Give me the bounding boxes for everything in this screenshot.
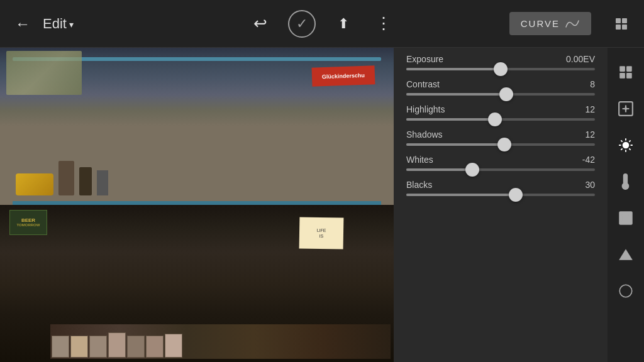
- more-button[interactable]: ⋮: [371, 11, 396, 36]
- slider-row-highlights: Highlights12: [406, 104, 595, 121]
- slider-value-exposure: 0.00EV: [566, 54, 595, 64]
- slider-value-shadows: 12: [585, 129, 595, 140]
- slider-header-contrast: Contrast8: [406, 79, 595, 89]
- slider-label-shadows: Shadows: [406, 129, 443, 140]
- slider-value-blacks: 30: [585, 180, 595, 190]
- icon-sidebar: [608, 48, 644, 362]
- slider-header-whites: Whites-42: [406, 155, 595, 165]
- photo-thumb: [89, 336, 107, 358]
- tall-item-1: [58, 161, 74, 195]
- layers-sidebar-icon[interactable]: [610, 54, 641, 90]
- slider-thumb-exposure[interactable]: [494, 62, 508, 76]
- car-item: [16, 173, 53, 195]
- slider-track-blacks[interactable]: [406, 194, 595, 196]
- top-bar: ← Edit ▾ ↩ ✓ ⬆ ⋮ CURVE: [0, 0, 644, 48]
- photo-area: Glückinderschu BEER TOMORROW LIFEIS: [0, 48, 394, 362]
- curve-button[interactable]: CURVE: [509, 12, 591, 35]
- slider-row-shadows: Shadows12: [406, 129, 595, 146]
- fade-sidebar-icon[interactable]: [610, 236, 641, 273]
- top-bar-left: ← Edit ▾: [10, 11, 218, 36]
- slider-label-exposure: Exposure: [406, 54, 443, 64]
- vignette-sidebar-icon[interactable]: [610, 200, 641, 236]
- svg-rect-5: [626, 66, 632, 72]
- svg-rect-1: [622, 18, 627, 23]
- svg-point-22: [619, 285, 632, 297]
- back-button[interactable]: ←: [10, 11, 35, 36]
- slider-track-contrast[interactable]: [406, 93, 595, 96]
- photo-thumb: [108, 332, 126, 358]
- layers-top-button[interactable]: [609, 11, 634, 36]
- slider-value-highlights: 12: [585, 104, 595, 114]
- slider-fill-blacks: [406, 194, 516, 196]
- confirm-button[interactable]: ✓: [288, 10, 316, 38]
- top-bar-right: CURVE: [426, 11, 634, 36]
- temperature-sidebar-icon[interactable]: [610, 163, 641, 200]
- slider-header-blacks: Blacks30: [406, 180, 595, 190]
- life-sign: LIFEIS: [299, 217, 344, 249]
- grain-sidebar-icon[interactable]: [610, 273, 641, 309]
- photos-wall: [50, 324, 391, 359]
- photo-image: Glückinderschu BEER TOMORROW LIFEIS: [0, 48, 394, 362]
- main-content: Glückinderschu BEER TOMORROW LIFEIS: [0, 48, 644, 362]
- slider-fill-contrast: [406, 93, 506, 96]
- svg-point-10: [623, 143, 629, 148]
- sliders-panel: Exposure0.00EVContrast8Highlights12Shado…: [394, 48, 608, 362]
- top-bar-center: ↩ ✓ ⬆ ⋮: [218, 10, 426, 38]
- slider-thumb-whites[interactable]: [465, 163, 479, 177]
- svg-rect-20: [623, 215, 630, 222]
- slider-label-blacks: Blacks: [406, 180, 432, 190]
- slider-label-contrast: Contrast: [406, 79, 440, 89]
- svg-line-18: [621, 148, 622, 150]
- slider-thumb-contrast[interactable]: [499, 87, 513, 101]
- shop-bottom: BEER TOMORROW LIFEIS: [0, 205, 394, 362]
- svg-rect-4: [619, 66, 625, 72]
- edit-menu[interactable]: Edit ▾: [43, 16, 74, 32]
- slider-fill-whites: [406, 168, 472, 171]
- svg-rect-2: [616, 25, 621, 30]
- slider-row-contrast: Contrast8: [406, 79, 595, 96]
- slider-track-whites[interactable]: [406, 168, 595, 171]
- window-items: [16, 63, 378, 199]
- slider-value-contrast: 8: [590, 79, 595, 89]
- photo-thumb: [146, 336, 164, 358]
- slider-fill-highlights: [406, 118, 495, 121]
- slider-label-whites: Whites: [406, 155, 433, 165]
- photo-thumb: [52, 336, 69, 358]
- slider-thumb-highlights[interactable]: [488, 112, 502, 126]
- svg-line-15: [621, 140, 622, 141]
- curve-line-icon: [565, 17, 580, 30]
- slider-fill-exposure: [406, 68, 501, 70]
- slider-row-whites: Whites-42: [406, 155, 595, 171]
- slider-track-highlights[interactable]: [406, 118, 595, 121]
- slider-row-blacks: Blacks30: [406, 180, 595, 196]
- slider-fill-shadows: [406, 143, 504, 146]
- enhance-sidebar-icon[interactable]: [610, 90, 641, 127]
- svg-marker-21: [619, 249, 633, 260]
- undo-button[interactable]: ↩: [248, 11, 273, 36]
- brightness-sidebar-icon[interactable]: [610, 127, 641, 163]
- slider-thumb-shadows[interactable]: [497, 138, 511, 151]
- photo-thumb: [165, 334, 182, 358]
- svg-line-17: [629, 140, 630, 141]
- tall-item-2: [79, 167, 92, 195]
- slider-label-highlights: Highlights: [406, 104, 445, 114]
- svg-rect-7: [626, 73, 632, 79]
- slider-track-exposure[interactable]: [406, 68, 595, 70]
- svg-point-9: [625, 107, 627, 110]
- photo-thumb: [70, 336, 88, 358]
- slider-value-whites: -42: [582, 155, 595, 165]
- slider-thumb-blacks[interactable]: [509, 188, 523, 202]
- slider-header-highlights: Highlights12: [406, 104, 595, 114]
- clock-item: [97, 170, 108, 195]
- slider-row-exposure: Exposure0.00EV: [406, 54, 595, 70]
- svg-rect-6: [619, 73, 625, 79]
- share-button[interactable]: ⬆: [331, 11, 356, 36]
- svg-rect-0: [616, 18, 621, 23]
- slider-track-shadows[interactable]: [406, 143, 595, 146]
- photo-thumb: [127, 336, 145, 358]
- svg-line-16: [629, 148, 630, 150]
- beer-sign: BEER TOMORROW: [9, 210, 47, 235]
- svg-rect-3: [622, 25, 627, 30]
- shop-top: Glückinderschu: [0, 48, 394, 205]
